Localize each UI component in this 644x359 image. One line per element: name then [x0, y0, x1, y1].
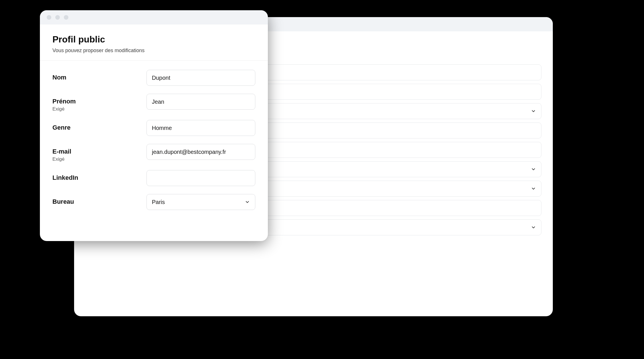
profile-window: Profil public Vous pouvez proposer des m…	[40, 10, 268, 241]
required-prenom: Exigé	[52, 106, 146, 112]
label-genre: Genre	[52, 124, 146, 131]
window-control-dot	[64, 15, 68, 20]
label-linkedin: LinkedIn	[52, 174, 146, 181]
label-email: E-mail	[52, 148, 146, 155]
chevron-down-icon	[531, 167, 536, 172]
label-prenom: Prénom	[52, 98, 146, 105]
row-email: E-mail Exigé	[52, 140, 255, 166]
window-control-dot	[55, 15, 60, 20]
window-control-dot	[47, 15, 51, 20]
label-nom: Nom	[52, 74, 146, 81]
window-titlebar	[40, 10, 268, 25]
chevron-down-icon	[531, 225, 536, 230]
row-prenom: Prénom Exigé	[52, 90, 255, 116]
chevron-down-icon	[245, 199, 250, 205]
linkedin-input[interactable]	[146, 170, 255, 186]
page-subtitle: Vous pouvez proposer des modifications	[52, 48, 255, 54]
genre-select[interactable]: Homme	[146, 120, 255, 136]
row-genre: Genre Homme	[52, 116, 255, 140]
row-linkedin: LinkedIn	[52, 166, 255, 190]
genre-value: Homme	[152, 125, 172, 131]
label-bureau: Bureau	[52, 198, 146, 205]
chevron-down-icon	[531, 109, 536, 114]
row-nom: Nom	[52, 66, 255, 90]
nom-input[interactable]	[146, 70, 255, 86]
required-email: Exigé	[52, 156, 146, 162]
page-title: Profil public	[52, 34, 255, 45]
divider	[40, 60, 268, 61]
bureau-select[interactable]: Paris	[146, 194, 255, 210]
prenom-input[interactable]	[146, 94, 255, 110]
row-bureau: Bureau Paris	[52, 190, 255, 214]
bureau-value: Paris	[152, 199, 165, 205]
chevron-down-icon	[531, 186, 536, 191]
email-input[interactable]	[146, 144, 255, 160]
